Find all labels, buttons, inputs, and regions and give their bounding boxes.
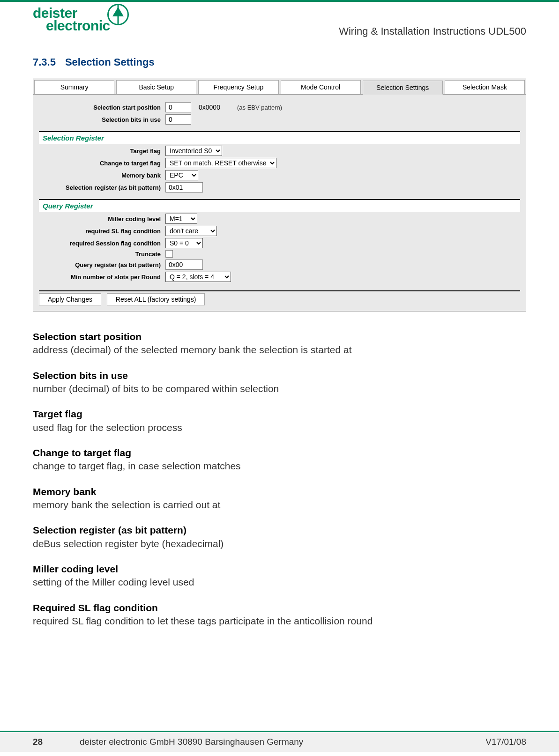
logo-line2: electronic: [46, 19, 110, 32]
row-selection-bits-in-use: Selection bits in use: [39, 114, 520, 125]
def-selection-bits-in-use: Selection bits in use number (decimal) o…: [33, 369, 526, 396]
section-bar-query-register: Query Register: [39, 199, 520, 212]
def-selection-register: Selection register (as bit pattern) deBu…: [33, 524, 526, 550]
tab-summary[interactable]: Summary: [34, 80, 114, 94]
def-required-sl-flag-condition: Required SL flag condition required SL f…: [33, 601, 526, 628]
panel-body: Selection start position (as EBV pattern…: [33, 95, 526, 311]
label-selection-register: Selection register (as bit pattern): [39, 184, 165, 191]
label-selection-start-position: Selection start position: [39, 104, 165, 111]
def-term: Memory bank: [33, 485, 526, 498]
select-required-session-flag-condition[interactable]: S0 = 0: [165, 238, 203, 248]
definitions-list: Selection start position address (decima…: [33, 330, 526, 628]
footer-version: V17/01/08: [451, 737, 526, 747]
select-change-to-target-flag[interactable]: SET on match, RESET otherwise: [165, 158, 276, 168]
company-logo: deister electronic: [33, 7, 129, 32]
tab-bar: Summary Basic Setup Frequency Setup Mode…: [33, 78, 526, 95]
def-text: required SL flag condition to let these …: [33, 615, 526, 628]
title-query-register: Query Register: [43, 202, 93, 210]
label-memory-bank: Memory bank: [39, 172, 165, 179]
def-term: Change to target flag: [33, 446, 526, 460]
tab-basic-setup[interactable]: Basic Setup: [116, 80, 196, 94]
ebv-pattern-note: (as EBV pattern): [237, 104, 282, 111]
select-required-sl-flag-condition[interactable]: don't care: [165, 226, 217, 236]
section-heading: 7.3.5Selection Settings: [33, 56, 526, 68]
input-selection-bits-in-use[interactable]: [165, 114, 191, 125]
page-header: deister electronic Wiring & Installation…: [33, 2, 526, 37]
section-title: Selection Settings: [65, 56, 155, 68]
def-text: number (decimal) of bits to be compared …: [33, 382, 526, 395]
tab-mode-control[interactable]: Mode Control: [281, 80, 361, 94]
logo-mark-icon: [107, 4, 129, 25]
input-selection-register[interactable]: [165, 182, 203, 193]
title-selection-register: Selection Register: [43, 134, 104, 142]
select-target-flag[interactable]: Inventoried S0: [165, 146, 222, 156]
tab-selection-settings[interactable]: Selection Settings: [363, 81, 443, 95]
checkbox-truncate[interactable]: [165, 250, 173, 258]
def-selection-start-position: Selection start position address (decima…: [33, 330, 526, 357]
def-text: address (decimal) of the selected memory…: [33, 343, 526, 356]
row-truncate: Truncate: [39, 250, 520, 258]
label-required-sl-flag-condition: required SL flag condition: [39, 228, 165, 235]
def-text: used flag for the selection process: [33, 421, 526, 434]
def-target-flag: Target flag used flag for the selection …: [33, 408, 526, 434]
row-apply-buttons: Apply Changes Reset ALL (factory setting…: [39, 290, 520, 305]
def-text: change to target flag, in case selection…: [33, 460, 526, 473]
input-selection-start-position[interactable]: [165, 102, 191, 112]
def-text: deBus selection register byte (hexadecim…: [33, 537, 526, 550]
def-term: Selection bits in use: [33, 369, 526, 382]
footer-page-number: 28: [33, 737, 80, 747]
logo-line1: deister: [33, 7, 110, 19]
label-selection-bits-in-use: Selection bits in use: [39, 116, 165, 123]
row-selection-start-position: Selection start position (as EBV pattern…: [39, 102, 520, 112]
tab-selection-mask[interactable]: Selection Mask: [445, 80, 525, 94]
row-change-to-target-flag: Change to target flag SET on match, RESE…: [39, 158, 520, 168]
apply-changes-button[interactable]: Apply Changes: [39, 293, 101, 305]
def-term: Selection register (as bit pattern): [33, 524, 526, 537]
label-truncate: Truncate: [39, 251, 165, 258]
label-target-flag: Target flag: [39, 148, 165, 155]
row-memory-bank: Memory bank EPC: [39, 170, 520, 180]
label-query-register: Query register (as bit pattern): [39, 261, 165, 268]
row-required-sl-flag-condition: required SL flag condition don't care: [39, 226, 520, 236]
row-miller-coding-level: Miller coding level M=1: [39, 214, 520, 224]
readout-selection-start-position-hex: [196, 102, 233, 112]
select-memory-bank[interactable]: EPC: [165, 170, 198, 180]
row-selection-register: Selection register (as bit pattern): [39, 182, 520, 193]
page-footer: 28 deister electronic GmbH 30890 Barsing…: [0, 731, 559, 752]
def-text: memory bank the selection is carried out…: [33, 498, 526, 511]
label-change-to-target-flag: Change to target flag: [39, 160, 165, 167]
def-miller-coding-level: Miller coding level setting of the Mille…: [33, 563, 526, 589]
label-required-session-flag-condition: required Session flag condition: [39, 240, 165, 247]
def-change-to-target-flag: Change to target flag change to target f…: [33, 446, 526, 473]
row-query-register: Query register (as bit pattern): [39, 259, 520, 270]
row-target-flag: Target flag Inventoried S0: [39, 146, 520, 156]
row-required-session-flag-condition: required Session flag condition S0 = 0: [39, 238, 520, 248]
reset-all-button[interactable]: Reset ALL (factory settings): [107, 293, 205, 305]
def-term: Target flag: [33, 408, 526, 421]
label-min-number-of-slots: Min number of slots per Round: [39, 274, 165, 281]
footer-company: deister electronic GmbH 30890 Barsinghau…: [80, 737, 451, 747]
row-min-number-of-slots: Min number of slots per Round Q = 2, slo…: [39, 272, 520, 282]
settings-panel: Summary Basic Setup Frequency Setup Mode…: [33, 78, 526, 311]
select-min-number-of-slots[interactable]: Q = 2, slots = 4: [165, 272, 231, 282]
section-number: 7.3.5: [33, 56, 56, 68]
def-term: Selection start position: [33, 330, 526, 343]
input-query-register[interactable]: [165, 259, 203, 270]
label-miller-coding-level: Miller coding level: [39, 215, 165, 222]
document-title: Wiring & Installation Instructions UDL50…: [339, 25, 526, 37]
document-page: deister electronic Wiring & Installation…: [0, 0, 559, 731]
def-text: setting of the Miller coding level used: [33, 576, 526, 589]
section-bar-selection-register: Selection Register: [39, 131, 520, 144]
tab-frequency-setup[interactable]: Frequency Setup: [198, 80, 278, 94]
def-memory-bank: Memory bank memory bank the selection is…: [33, 485, 526, 512]
def-term: Miller coding level: [33, 563, 526, 576]
select-miller-coding-level[interactable]: M=1: [165, 214, 197, 224]
def-term: Required SL flag condition: [33, 601, 526, 615]
